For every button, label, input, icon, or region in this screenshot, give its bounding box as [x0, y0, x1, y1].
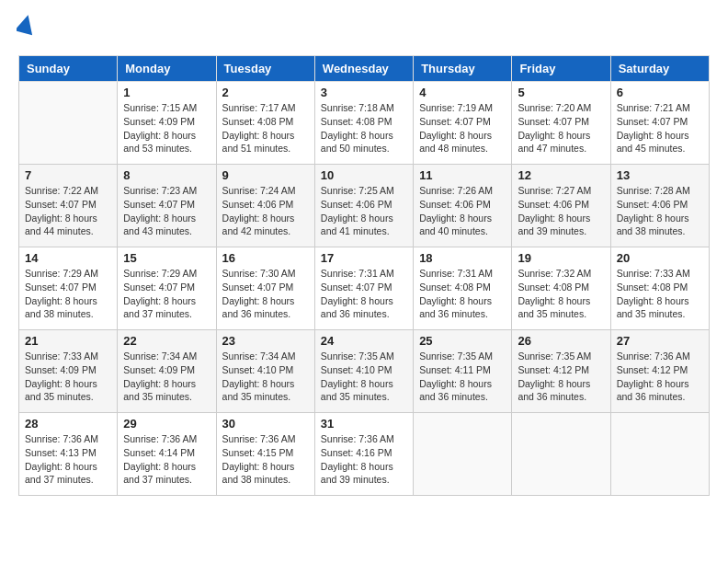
day-number: 28	[25, 417, 111, 431]
calendar-week-row: 28Sunrise: 7:36 AM Sunset: 4:13 PM Dayli…	[19, 413, 710, 496]
day-info: Sunrise: 7:34 AM Sunset: 4:09 PM Dayligh…	[123, 350, 210, 404]
calendar-cell: 5Sunrise: 7:20 AM Sunset: 4:07 PM Daylig…	[512, 82, 610, 165]
day-number: 11	[419, 168, 506, 182]
day-number: 3	[321, 86, 407, 99]
page-header	[18, 18, 710, 40]
calendar-week-row: 1Sunrise: 7:15 AM Sunset: 4:09 PM Daylig…	[19, 82, 710, 165]
day-number: 17	[321, 251, 407, 265]
day-info: Sunrise: 7:15 AM Sunset: 4:09 PM Dayligh…	[123, 101, 210, 155]
day-info: Sunrise: 7:35 AM Sunset: 4:12 PM Dayligh…	[518, 350, 604, 404]
calendar-week-row: 7Sunrise: 7:22 AM Sunset: 4:07 PM Daylig…	[19, 165, 710, 247]
day-number: 7	[25, 168, 111, 182]
day-info: Sunrise: 7:20 AM Sunset: 4:07 PM Dayligh…	[518, 101, 604, 155]
calendar-cell: 23Sunrise: 7:34 AM Sunset: 4:10 PM Dayli…	[216, 330, 314, 413]
day-number: 10	[321, 168, 407, 182]
day-info: Sunrise: 7:29 AM Sunset: 4:07 PM Dayligh…	[123, 267, 210, 321]
calendar-cell	[19, 82, 118, 165]
day-number: 20	[617, 251, 703, 265]
calendar-cell: 1Sunrise: 7:15 AM Sunset: 4:09 PM Daylig…	[118, 82, 216, 165]
calendar-cell: 2Sunrise: 7:17 AM Sunset: 4:08 PM Daylig…	[216, 82, 314, 165]
calendar-cell: 6Sunrise: 7:21 AM Sunset: 4:07 PM Daylig…	[610, 82, 709, 165]
calendar-cell	[610, 413, 709, 496]
day-number: 2	[222, 86, 309, 99]
day-info: Sunrise: 7:25 AM Sunset: 4:06 PM Dayligh…	[321, 184, 407, 238]
calendar-header-row: SundayMondayTuesdayWednesdayThursdayFrid…	[19, 56, 710, 82]
day-number: 12	[518, 168, 604, 182]
day-number: 29	[123, 417, 210, 431]
calendar-cell: 20Sunrise: 7:33 AM Sunset: 4:08 PM Dayli…	[610, 247, 709, 330]
calendar-week-row: 21Sunrise: 7:33 AM Sunset: 4:09 PM Dayli…	[19, 330, 710, 413]
day-number: 31	[321, 417, 407, 431]
day-info: Sunrise: 7:29 AM Sunset: 4:07 PM Dayligh…	[25, 267, 111, 321]
calendar-cell	[414, 413, 512, 496]
day-number: 5	[518, 86, 604, 99]
day-number: 24	[321, 334, 407, 348]
day-number: 18	[419, 251, 506, 265]
day-info: Sunrise: 7:36 AM Sunset: 4:12 PM Dayligh…	[617, 350, 703, 404]
day-number: 16	[222, 251, 309, 265]
calendar-cell: 28Sunrise: 7:36 AM Sunset: 4:13 PM Dayli…	[19, 413, 118, 496]
calendar-cell: 8Sunrise: 7:23 AM Sunset: 4:07 PM Daylig…	[118, 165, 216, 247]
day-info: Sunrise: 7:27 AM Sunset: 4:06 PM Dayligh…	[518, 184, 604, 238]
day-info: Sunrise: 7:36 AM Sunset: 4:13 PM Dayligh…	[25, 432, 111, 487]
day-info: Sunrise: 7:36 AM Sunset: 4:14 PM Dayligh…	[123, 432, 210, 487]
weekday-header-saturday: Saturday	[610, 56, 709, 82]
day-number: 19	[518, 251, 604, 265]
calendar-cell: 31Sunrise: 7:36 AM Sunset: 4:16 PM Dayli…	[314, 413, 413, 496]
calendar-cell: 7Sunrise: 7:22 AM Sunset: 4:07 PM Daylig…	[19, 165, 118, 247]
day-number: 8	[123, 168, 210, 182]
calendar-cell: 14Sunrise: 7:29 AM Sunset: 4:07 PM Dayli…	[19, 247, 118, 330]
weekday-header-monday: Monday	[118, 56, 216, 82]
day-number: 1	[123, 86, 210, 99]
day-number: 22	[123, 334, 210, 348]
calendar-cell: 9Sunrise: 7:24 AM Sunset: 4:06 PM Daylig…	[216, 165, 314, 247]
calendar-cell: 17Sunrise: 7:31 AM Sunset: 4:07 PM Dayli…	[314, 247, 413, 330]
day-info: Sunrise: 7:21 AM Sunset: 4:07 PM Dayligh…	[617, 101, 703, 155]
svg-marker-0	[17, 15, 35, 35]
day-number: 27	[617, 334, 703, 348]
day-info: Sunrise: 7:32 AM Sunset: 4:08 PM Dayligh…	[518, 267, 604, 321]
day-number: 21	[25, 334, 111, 348]
day-number: 14	[25, 251, 111, 265]
weekday-header-thursday: Thursday	[414, 56, 512, 82]
day-info: Sunrise: 7:35 AM Sunset: 4:10 PM Dayligh…	[321, 350, 407, 404]
calendar-cell: 12Sunrise: 7:27 AM Sunset: 4:06 PM Dayli…	[512, 165, 610, 247]
calendar-cell: 4Sunrise: 7:19 AM Sunset: 4:07 PM Daylig…	[414, 82, 512, 165]
day-number: 30	[222, 417, 309, 431]
day-info: Sunrise: 7:18 AM Sunset: 4:08 PM Dayligh…	[321, 101, 407, 155]
calendar-cell: 24Sunrise: 7:35 AM Sunset: 4:10 PM Dayli…	[314, 330, 413, 413]
day-info: Sunrise: 7:26 AM Sunset: 4:06 PM Dayligh…	[419, 184, 506, 238]
day-info: Sunrise: 7:23 AM Sunset: 4:07 PM Dayligh…	[123, 184, 210, 238]
day-number: 25	[419, 334, 506, 348]
calendar-cell: 13Sunrise: 7:28 AM Sunset: 4:06 PM Dayli…	[610, 165, 709, 247]
weekday-header-sunday: Sunday	[19, 56, 118, 82]
day-info: Sunrise: 7:22 AM Sunset: 4:07 PM Dayligh…	[25, 184, 111, 238]
calendar-table: SundayMondayTuesdayWednesdayThursdayFrid…	[18, 55, 710, 496]
weekday-header-friday: Friday	[512, 56, 610, 82]
day-info: Sunrise: 7:31 AM Sunset: 4:08 PM Dayligh…	[419, 267, 506, 321]
day-info: Sunrise: 7:19 AM Sunset: 4:07 PM Dayligh…	[419, 101, 506, 155]
day-info: Sunrise: 7:30 AM Sunset: 4:07 PM Dayligh…	[222, 267, 309, 321]
calendar-cell: 30Sunrise: 7:36 AM Sunset: 4:15 PM Dayli…	[216, 413, 314, 496]
day-number: 9	[222, 168, 309, 182]
day-info: Sunrise: 7:17 AM Sunset: 4:08 PM Dayligh…	[222, 101, 309, 155]
weekday-header-wednesday: Wednesday	[314, 56, 413, 82]
day-number: 23	[222, 334, 309, 348]
day-number: 4	[419, 86, 506, 99]
day-info: Sunrise: 7:33 AM Sunset: 4:09 PM Dayligh…	[25, 350, 111, 404]
day-info: Sunrise: 7:33 AM Sunset: 4:08 PM Dayligh…	[617, 267, 703, 321]
weekday-header-tuesday: Tuesday	[216, 56, 314, 82]
calendar-cell: 3Sunrise: 7:18 AM Sunset: 4:08 PM Daylig…	[314, 82, 413, 165]
day-info: Sunrise: 7:35 AM Sunset: 4:11 PM Dayligh…	[419, 350, 506, 404]
day-info: Sunrise: 7:28 AM Sunset: 4:06 PM Dayligh…	[617, 184, 703, 238]
calendar-cell: 26Sunrise: 7:35 AM Sunset: 4:12 PM Dayli…	[512, 330, 610, 413]
calendar-cell: 22Sunrise: 7:34 AM Sunset: 4:09 PM Dayli…	[118, 330, 216, 413]
calendar-cell: 25Sunrise: 7:35 AM Sunset: 4:11 PM Dayli…	[414, 330, 512, 413]
day-number: 26	[518, 334, 604, 348]
day-info: Sunrise: 7:36 AM Sunset: 4:16 PM Dayligh…	[321, 432, 407, 487]
calendar-cell	[512, 413, 610, 496]
day-number: 15	[123, 251, 210, 265]
calendar-cell: 21Sunrise: 7:33 AM Sunset: 4:09 PM Dayli…	[19, 330, 118, 413]
day-info: Sunrise: 7:34 AM Sunset: 4:10 PM Dayligh…	[222, 350, 309, 404]
day-number: 13	[617, 168, 703, 182]
